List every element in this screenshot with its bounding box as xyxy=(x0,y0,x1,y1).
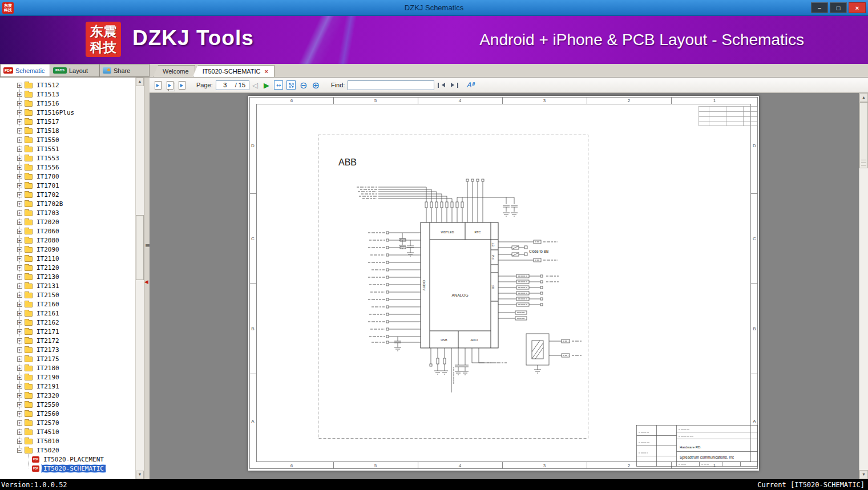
tab-close-icon[interactable]: × xyxy=(265,68,268,75)
fit-page-icon[interactable] xyxy=(286,80,296,90)
expand-icon[interactable]: + xyxy=(17,220,22,225)
tree-folder-it2161[interactable]: +IT2161 xyxy=(0,309,135,318)
doc-tab-welcome[interactable]: Welcome xyxy=(153,65,195,77)
tree-folder-it2173[interactable]: +IT2173 xyxy=(0,345,135,354)
tree-folder-it1513[interactable]: +IT1513 xyxy=(0,90,135,99)
tree-folder-it1556[interactable]: +IT1556 xyxy=(0,163,135,172)
zoom-out-icon[interactable]: ⊖ xyxy=(300,80,307,91)
expand-icon[interactable]: + xyxy=(17,119,22,124)
tree-file-it5020-placement[interactable]: PDFIT5020-PLACEMENT xyxy=(0,455,135,464)
expand-icon[interactable]: + xyxy=(17,147,22,152)
expand-icon[interactable]: + xyxy=(17,329,22,334)
expand-icon[interactable]: + xyxy=(17,265,22,270)
previous-page-icon[interactable]: ◁ xyxy=(252,81,258,90)
tree-folder-it5010[interactable]: +IT5010 xyxy=(0,436,135,446)
tree-folder-it5020[interactable]: −IT5020 xyxy=(0,446,135,455)
sidebar-splitter[interactable]: ≡ ◀ xyxy=(144,78,150,479)
scroll-up-icon[interactable]: ▲ xyxy=(859,93,868,102)
doc-tab-it5020-schematic[interactable]: IT5020-SCHEMATIC × xyxy=(193,65,274,77)
expand-icon[interactable]: + xyxy=(17,128,22,133)
find-previous-icon[interactable] xyxy=(437,83,445,88)
expand-icon[interactable]: + xyxy=(17,402,22,407)
tree-folder-it1550[interactable]: +IT1550 xyxy=(0,135,135,144)
expand-icon[interactable]: + xyxy=(17,320,22,325)
find-next-icon[interactable] xyxy=(451,83,459,88)
tree-folder-it2191[interactable]: +IT2191 xyxy=(0,382,135,391)
minimize-button[interactable]: − xyxy=(811,2,828,13)
match-case-icon[interactable]: Aª xyxy=(466,81,474,89)
expand-icon[interactable]: + xyxy=(17,83,22,88)
tree-folder-it2090[interactable]: +IT2090 xyxy=(0,245,135,254)
tree-folder-it2120[interactable]: +IT2120 xyxy=(0,263,135,272)
scrollbar-track[interactable] xyxy=(136,86,144,471)
expand-icon[interactable]: + xyxy=(17,192,22,197)
copy-page-icon[interactable] xyxy=(155,81,162,90)
expand-icon[interactable]: + xyxy=(17,165,22,170)
vertical-scrollbar[interactable]: ▲ ▼ xyxy=(859,93,868,479)
tree-folder-it1553[interactable]: +IT1553 xyxy=(0,153,135,163)
tree-folder-it1700[interactable]: +IT1700 xyxy=(0,172,135,181)
expand-icon[interactable]: + xyxy=(17,284,22,289)
tree-folder-it4510[interactable]: +IT4510 xyxy=(0,427,135,436)
scroll-down-icon[interactable]: ▼ xyxy=(859,470,868,479)
expand-icon[interactable]: + xyxy=(17,274,22,280)
expand-icon[interactable]: + xyxy=(17,174,22,179)
tree-folder-it2172[interactable]: +IT2172 xyxy=(0,336,135,345)
scroll-down-icon[interactable]: ▼ xyxy=(136,471,144,479)
tree-folder-it1517[interactable]: +IT1517 xyxy=(0,117,135,126)
expand-icon[interactable]: + xyxy=(17,293,22,298)
expand-icon[interactable]: + xyxy=(17,137,22,143)
expand-icon[interactable]: + xyxy=(17,256,22,261)
splitter-collapse-icon[interactable]: ◀ xyxy=(144,279,148,285)
tab-schematic[interactable]: PDF Schematic xyxy=(0,64,50,77)
fit-width-icon[interactable]: ↔ xyxy=(274,80,283,90)
tree-folder-it2560[interactable]: +IT2560 xyxy=(0,409,135,418)
expand-icon[interactable]: + xyxy=(17,347,22,353)
tree-folder-it2550[interactable]: +IT2550 xyxy=(0,400,135,409)
expand-icon[interactable]: + xyxy=(17,101,22,106)
tree-file-it5020-schematic[interactable]: PDFIT5020-SCHEMATIC xyxy=(0,464,135,473)
scrollbar-thumb[interactable] xyxy=(859,102,868,168)
tree-folder-it2180[interactable]: +IT2180 xyxy=(0,363,135,372)
tree-folder-it2190[interactable]: +IT2190 xyxy=(0,372,135,382)
expand-icon[interactable]: + xyxy=(17,302,22,307)
expand-icon[interactable]: + xyxy=(17,311,22,316)
tree-folder-it1516plus[interactable]: +IT1516Plus xyxy=(0,108,135,117)
sidebar-scrollbar[interactable]: ▲ ▼ xyxy=(135,78,144,479)
tree-folder-it1512[interactable]: +IT1512 xyxy=(0,80,135,90)
tree-folder-it1702[interactable]: +IT1702 xyxy=(0,190,135,199)
expand-icon[interactable]: + xyxy=(17,366,22,371)
scrollbar-thumb[interactable] xyxy=(136,215,144,280)
tree-folder-it1518[interactable]: +IT1518 xyxy=(0,126,135,135)
tab-share[interactable]: Share xyxy=(100,64,150,77)
expand-icon[interactable]: + xyxy=(17,210,22,216)
expand-icon[interactable]: + xyxy=(17,110,22,115)
expand-icon[interactable]: + xyxy=(17,201,22,206)
close-button[interactable]: × xyxy=(849,2,866,13)
tree-folder-it2150[interactable]: +IT2150 xyxy=(0,290,135,299)
tree-folder-it2162[interactable]: +IT2162 xyxy=(0,318,135,327)
expand-icon[interactable]: + xyxy=(17,238,22,243)
tree-folder-it2320[interactable]: +IT2320 xyxy=(0,391,135,400)
expand-icon[interactable]: + xyxy=(17,338,22,343)
tree-folder-it2131[interactable]: +IT2131 xyxy=(0,281,135,290)
expand-icon[interactable]: + xyxy=(17,183,22,188)
tree-folder-it2570[interactable]: +IT2570 xyxy=(0,418,135,427)
tree-folder-it2130[interactable]: +IT2130 xyxy=(0,272,135,281)
tab-layout[interactable]: PADS Layout xyxy=(50,64,100,77)
scroll-up-icon[interactable]: ▲ xyxy=(136,78,144,86)
expand-icon[interactable]: + xyxy=(17,430,22,435)
maximize-button[interactable]: □ xyxy=(830,2,847,13)
tree-folder-it1551[interactable]: +IT1551 xyxy=(0,144,135,153)
expand-icon[interactable]: + xyxy=(17,92,22,97)
expand-icon[interactable]: + xyxy=(17,156,22,161)
expand-icon[interactable]: + xyxy=(17,411,22,416)
tree-folder-it2080[interactable]: +IT2080 xyxy=(0,236,135,245)
page-number-input[interactable] xyxy=(216,80,234,90)
two-page-view-icon[interactable] xyxy=(167,81,173,90)
expand-icon[interactable]: + xyxy=(17,357,22,362)
expand-icon[interactable]: + xyxy=(17,384,22,389)
tree-folder-it1703[interactable]: +IT1703 xyxy=(0,208,135,217)
tree-folder-it2110[interactable]: +IT2110 xyxy=(0,254,135,263)
expand-icon[interactable]: + xyxy=(17,375,22,380)
